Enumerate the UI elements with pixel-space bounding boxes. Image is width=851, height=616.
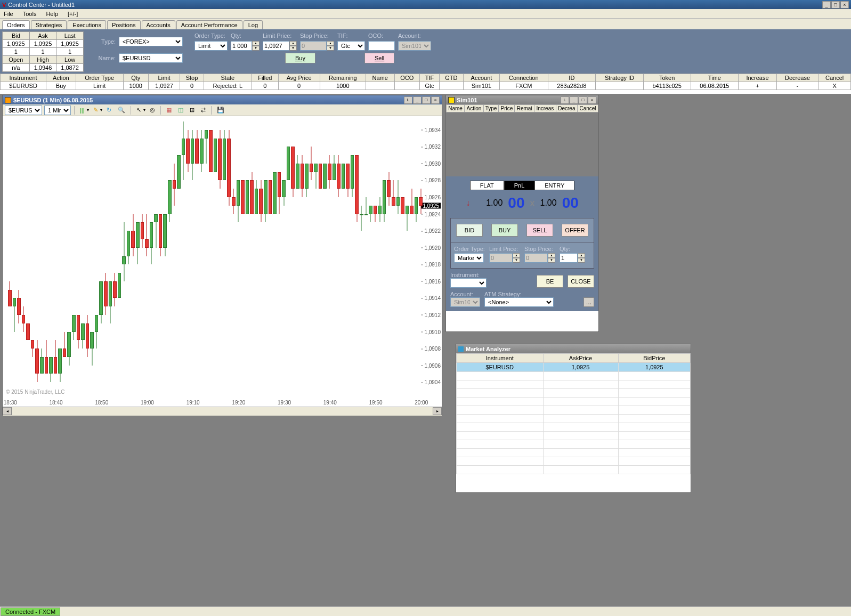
name-select[interactable]: $EURUSD	[119, 53, 183, 63]
chart-y-axis[interactable]: 1,09341,09321,09301,09281,09261,09241,09…	[419, 116, 442, 396]
orders-header[interactable]: Increase	[739, 74, 777, 82]
oco-input[interactable]	[368, 41, 395, 51]
orders-header[interactable]: Qty	[123, 74, 148, 82]
market-analyzer-title-bar[interactable]: Market Analyzer	[456, 344, 691, 353]
orders-header[interactable]: Remaining	[320, 74, 366, 82]
scroll-icon[interactable]: ⇄	[199, 106, 208, 115]
orders-header[interactable]: Account	[463, 74, 499, 82]
ma-cell[interactable]: 1,0925	[543, 363, 618, 372]
orders-header[interactable]: Action	[46, 74, 76, 82]
tab-executions[interactable]: Executions	[68, 20, 106, 29]
chart-body[interactable]: 1,09341,09321,09301,09281,09261,09241,09…	[3, 116, 442, 407]
dom-title-bar[interactable]: Sim101 L _ □ ×	[446, 95, 598, 104]
tab-strategies[interactable]: Strategies	[31, 20, 67, 29]
chart-instrument-select[interactable]: $EURUSD	[5, 106, 42, 115]
dom-header[interactable]: Price	[499, 105, 515, 112]
order-type-select[interactable]: Limit	[194, 41, 228, 51]
chart-scrollbar[interactable]: ◂ ▸	[3, 407, 442, 416]
qty-input[interactable]	[231, 41, 252, 51]
limit-input[interactable]	[263, 41, 289, 51]
dom-header[interactable]: Increas	[534, 105, 556, 112]
type-select[interactable]: <FOREX>	[119, 37, 183, 46]
dom-header[interactable]: Remai	[515, 105, 534, 112]
chart-trader-icon[interactable]: ◫	[176, 106, 185, 115]
minimize-button[interactable]: _	[822, 1, 831, 9]
dom-qty-up[interactable]: ▲	[578, 253, 585, 258]
orders-header[interactable]: State	[204, 74, 252, 82]
atm-select[interactable]: <None>	[484, 297, 554, 307]
dom-close-button[interactable]: ×	[588, 96, 596, 104]
dom-qty-down[interactable]: ▼	[578, 258, 585, 263]
ma-header[interactable]: Instrument	[457, 354, 544, 363]
orders-header[interactable]: Cancel	[818, 74, 851, 82]
account-select[interactable]: Sim101	[398, 41, 431, 51]
orders-header[interactable]: Stop	[180, 74, 204, 82]
dom-header[interactable]: Type	[483, 105, 499, 112]
market-analyzer-table[interactable]: InstrumentAskPriceBidPrice$EURUSD1,09251…	[456, 353, 691, 474]
refresh-icon[interactable]: ↻	[104, 106, 114, 115]
orders-header[interactable]: Token	[643, 74, 691, 82]
dom-instrument-select[interactable]	[450, 278, 487, 288]
pnl-button[interactable]: PnL	[504, 181, 535, 190]
pencil-icon[interactable]: ✎	[91, 106, 100, 115]
atm-edit-button[interactable]: …	[583, 297, 594, 307]
dom-qty-input[interactable]	[560, 253, 578, 263]
offer-button[interactable]: OFFER	[562, 224, 588, 237]
dom-header[interactable]: Name	[447, 105, 465, 112]
orders-header[interactable]: Name	[366, 74, 394, 82]
dom-maximize-button[interactable]: □	[579, 96, 587, 104]
chart-link-button[interactable]: L	[404, 96, 412, 104]
orders-header[interactable]: Time	[691, 74, 739, 82]
tab-log[interactable]: Log	[244, 20, 263, 29]
menu-help[interactable]: Help	[44, 10, 60, 18]
orders-header[interactable]: Limit	[148, 74, 180, 82]
chart-x-axis[interactable]: 18:3018:4018:5019:0019:1019:2019:3019:40…	[3, 397, 419, 407]
qty-down[interactable]: ▼	[252, 46, 260, 51]
properties-icon[interactable]: ⊞	[188, 106, 197, 115]
sell-button[interactable]: Sell	[364, 53, 394, 63]
ma-header[interactable]: AskPrice	[543, 354, 618, 363]
zoom-icon[interactable]: 🔍	[116, 106, 127, 115]
save-icon[interactable]: 💾	[215, 106, 226, 115]
buy-button[interactable]: Buy	[285, 53, 315, 63]
cursor-icon[interactable]: ↖	[134, 106, 143, 115]
connection-status[interactable]: Connected - FXCM	[1, 607, 60, 616]
tab-account-performance[interactable]: Account Performance	[176, 20, 242, 29]
orders-header[interactable]: Connection	[500, 74, 548, 82]
chart-maximize-button[interactable]: □	[422, 96, 431, 104]
orders-header[interactable]: Avg Price	[278, 74, 320, 82]
tab-orders[interactable]: Orders	[2, 20, 30, 29]
tif-select[interactable]: Gtc	[337, 41, 365, 51]
chart-minimize-button[interactable]: _	[413, 96, 422, 104]
scroll-right-button[interactable]: ▸	[433, 407, 442, 415]
tab-accounts[interactable]: Accounts	[142, 20, 175, 29]
target-icon[interactable]: ◎	[148, 106, 157, 115]
bars-icon[interactable]: |||	[78, 106, 87, 115]
orders-header[interactable]: GTD	[439, 74, 463, 82]
limit-down[interactable]: ▼	[289, 46, 297, 51]
flat-button[interactable]: FLAT	[470, 181, 504, 190]
entry-button[interactable]: ENTRY	[534, 181, 574, 190]
dom-header[interactable]: Decrea	[556, 105, 577, 112]
orders-header[interactable]: OCO	[394, 74, 420, 82]
close-position-button[interactable]: CLOSE	[568, 275, 594, 288]
ma-cell[interactable]: $EURUSD	[457, 363, 544, 372]
chart-close-button[interactable]: ×	[431, 96, 440, 104]
orders-header[interactable]: Instrument	[1, 74, 46, 82]
dom-link-button[interactable]: L	[561, 96, 569, 104]
menu-plusminus[interactable]: [+/-]	[66, 10, 79, 18]
qty-up[interactable]: ▲	[252, 41, 260, 46]
ma-header[interactable]: BidPrice	[618, 354, 690, 363]
tab-positions[interactable]: Positions	[107, 20, 141, 29]
menu-file[interactable]: File	[2, 10, 15, 18]
databox-icon[interactable]: ▦	[164, 106, 174, 115]
close-button[interactable]: ×	[840, 1, 849, 9]
limit-up[interactable]: ▲	[289, 41, 297, 46]
orders-header[interactable]: ID	[548, 74, 596, 82]
be-button[interactable]: BE	[537, 275, 563, 288]
orders-header[interactable]: Decrease	[776, 74, 818, 82]
orders-header[interactable]: Strategy ID	[596, 74, 644, 82]
chart-timeframe-select[interactable]: 1 Min	[44, 106, 71, 115]
dom-account-select[interactable]: Sim101	[450, 297, 480, 307]
ma-cell[interactable]: 1,0925	[618, 363, 690, 372]
